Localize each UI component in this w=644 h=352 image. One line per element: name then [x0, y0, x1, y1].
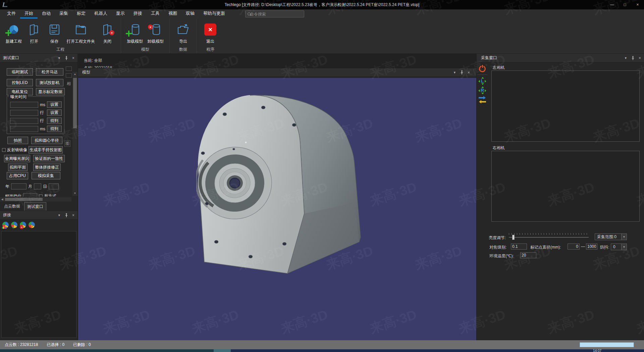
anti-shake-dropdown[interactable]: 0 ▼	[611, 244, 627, 250]
brightness-label: 亮度调节:	[489, 235, 506, 241]
frame-gear-input[interactable]	[23, 193, 37, 196]
menu-item-home[interactable]: 开始	[20, 9, 38, 18]
menu-item-splice[interactable]: 拼接	[129, 9, 147, 18]
menu-item-file[interactable]: 文件	[3, 9, 20, 18]
app-logo-icon	[3, 2, 8, 7]
exposure-input-2[interactable]	[10, 110, 38, 116]
panel-dropdown-icon[interactable]: ▼	[58, 56, 61, 60]
panel-pin-icon[interactable]	[65, 213, 68, 217]
panel-pin-icon[interactable]	[65, 56, 68, 60]
search-input[interactable]	[250, 12, 302, 16]
panel-dropdown-icon[interactable]: ▼	[624, 56, 627, 60]
export-button[interactable]: 导出	[173, 21, 193, 45]
splice-tool-icon-delete[interactable]: ×	[20, 222, 26, 228]
menu-item-view[interactable]: 视图	[164, 9, 181, 18]
menu-item-dual-axis[interactable]: 双轴	[181, 9, 199, 18]
menu-item-capture[interactable]: 采集	[55, 9, 72, 18]
menu-item-calibration[interactable]: 标定	[72, 9, 90, 18]
menu-item-tools[interactable]: 工具	[147, 9, 164, 18]
panel-dropdown-icon[interactable]: ▼	[58, 214, 61, 217]
cpu-usage-button[interactable]: 占用CPU	[7, 172, 28, 179]
temp-test-button[interactable]: 临时测试	[7, 68, 33, 76]
new-project-button[interactable]: 新建工程	[3, 21, 24, 45]
exposure-input-1[interactable]	[10, 102, 38, 108]
scroll-left-icon[interactable]: ◀	[0, 198, 4, 201]
panel-pin-icon[interactable]	[631, 56, 635, 60]
day-input[interactable]	[49, 183, 59, 189]
exit-button[interactable]: × 退出	[200, 21, 220, 45]
panel-pin-icon[interactable]	[460, 71, 464, 75]
month-input[interactable]	[34, 183, 41, 189]
brightness-slider[interactable]	[509, 233, 589, 240]
panel-close-icon[interactable]: ×	[72, 213, 74, 218]
menu-item-auto[interactable]: 自动	[38, 9, 55, 18]
test-projector-button[interactable]: 测试投影机	[36, 79, 63, 86]
scroll-thumb[interactable]	[73, 78, 77, 128]
close-project-button[interactable]: × 关闭	[97, 21, 117, 45]
scroll-thumb[interactable]	[5, 198, 43, 201]
tab-test-window[interactable]: 测试窗口	[24, 202, 46, 211]
command-search-box[interactable]	[245, 10, 304, 17]
new-mode-checkbox[interactable]	[39, 194, 43, 197]
fit-plane-button[interactable]: 拟和平面	[8, 164, 28, 171]
generate-projection-button[interactable]: 生成非手持投射图	[29, 146, 63, 153]
exposure-set-button-2[interactable]: 设置	[47, 109, 62, 116]
test-vertical-scrollbar[interactable]: ▲ ▼	[72, 72, 77, 196]
take-photo-button[interactable]: 拍照	[7, 137, 28, 144]
capture-window-panel: 采集窗口 ▼ × L R 左相机 右相机 亮度调节:	[476, 54, 644, 340]
focus-level-input[interactable]	[511, 244, 527, 250]
verify-consistency-button[interactable]: 验证面的一致性	[33, 155, 65, 162]
taskbar-segment	[0, 349, 214, 352]
panel-close-icon[interactable]: ×	[72, 56, 74, 60]
simulate-capture-button[interactable]: 模拟采集	[32, 172, 60, 179]
chevron-down-icon[interactable]: ▼	[621, 234, 627, 240]
model-3d-viewport[interactable]	[78, 78, 476, 340]
chevron-down-icon[interactable]: ▼	[621, 244, 627, 250]
menu-item-robot[interactable]: 机器人	[90, 9, 112, 18]
exposure-get-button-1[interactable]: 得到	[47, 118, 62, 124]
right-camera-view-icon[interactable]: R	[478, 86, 487, 95]
power-toggle-icon[interactable]	[478, 64, 487, 73]
release-motor-button[interactable]: 松开马达	[36, 68, 63, 76]
panel-dropdown-icon[interactable]: ▼	[453, 71, 456, 74]
splice-list-area[interactable]	[1, 231, 76, 338]
show-calibration-button[interactable]: 显示标定数据	[36, 88, 65, 95]
frame-gear-label: 幅面挡位	[5, 193, 21, 197]
minimize-button[interactable]: —	[606, 0, 619, 9]
capture-range-dropdown[interactable]: 采集范围:0 ▼	[595, 233, 627, 240]
save-button[interactable]: 保存	[44, 21, 64, 45]
scroll-down-icon[interactable]: ▼	[72, 191, 77, 196]
mirror-checkbox[interactable]	[2, 148, 6, 152]
scroll-up-icon[interactable]: ▲	[72, 72, 77, 77]
exposure-input-3[interactable]	[10, 118, 38, 124]
open-project-folder-button[interactable]: 打开工程文件夹	[64, 21, 97, 45]
splice-tool-icon-import[interactable]: ▼	[11, 222, 17, 228]
menu-item-display[interactable]: 显示	[112, 9, 129, 18]
panel-close-icon[interactable]: ×	[468, 70, 470, 75]
marker-min-input[interactable]	[568, 244, 580, 250]
control-led-button[interactable]: 控制LED	[7, 79, 33, 86]
ambient-temp-input[interactable]	[520, 252, 536, 258]
menu-item-help[interactable]: 帮助与更新	[199, 9, 229, 18]
exposure-get-button-2[interactable]: 得到	[47, 126, 62, 132]
swap-cameras-icon[interactable]	[478, 95, 487, 104]
marker-max-input[interactable]	[586, 244, 597, 250]
slider-thumb[interactable]	[512, 235, 515, 240]
load-model-button[interactable]: 加载模型	[124, 21, 145, 45]
tab-pointcloud-data[interactable]: 点云数据	[1, 202, 23, 211]
unload-model-button[interactable]: × 卸载模型	[145, 21, 166, 45]
splice-tool-icon-histogram[interactable]	[2, 222, 9, 228]
test-horizontal-scrollbar[interactable]: ◀	[0, 197, 71, 202]
maximize-button[interactable]: □	[619, 0, 631, 9]
splice-correction-button[interactable]: 整体拼接修正	[33, 164, 61, 171]
left-camera-view-icon[interactable]: L	[478, 77, 487, 85]
splice-tool-icon-confirm[interactable]: ✓	[29, 222, 35, 228]
panel-close-icon[interactable]: ×	[639, 56, 641, 60]
exposure-input-4[interactable]	[10, 126, 38, 132]
close-button[interactable]: ×	[631, 0, 644, 9]
global-exposure-button[interactable]: 全局曝光屏闪	[4, 155, 30, 162]
fit-circle-radius-button[interactable]: 拟和圆心半径	[31, 137, 62, 144]
open-button[interactable]: 打开	[24, 21, 44, 45]
year-input[interactable]	[11, 183, 26, 189]
exposure-set-button-1[interactable]: 设置	[47, 101, 62, 108]
